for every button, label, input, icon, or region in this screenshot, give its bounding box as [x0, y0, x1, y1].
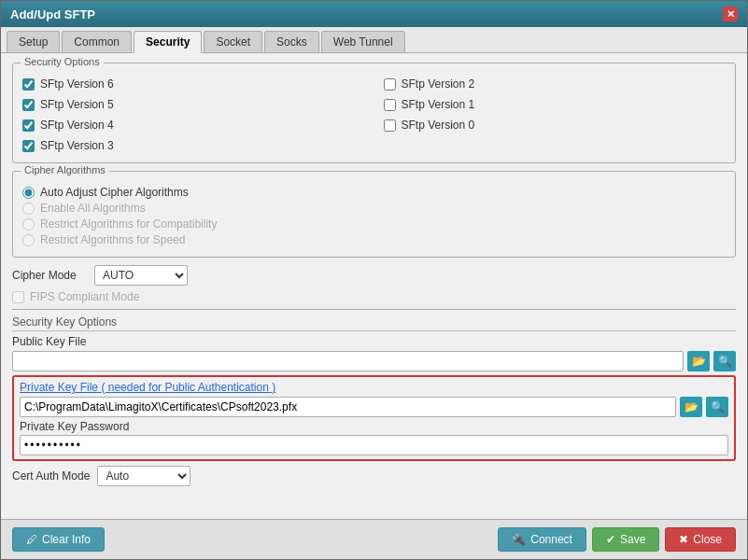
tab-socks[interactable]: Socks: [264, 31, 319, 52]
clear-info-button[interactable]: 🖊 Clear Info: [12, 527, 105, 552]
cipher-mode-row: Cipher Mode AUTO CBC CTR: [12, 265, 736, 286]
tab-bar: Setup Common Security Socket Socks Web T…: [1, 27, 747, 53]
cipher-compat-radio[interactable]: [22, 218, 35, 231]
title-bar: Add/Upd SFTP ✕: [1, 1, 747, 27]
close-label: Close: [693, 533, 722, 546]
security-key-section: Security Key Options Public Key File 📂 🔍…: [12, 315, 736, 486]
public-key-section: Public Key File 📂 🔍: [12, 335, 736, 371]
sftp-versions-grid: SFtp Version 6 SFtp Version 2 SFtp Versi…: [22, 69, 726, 155]
close-button[interactable]: ✖ Close: [665, 527, 736, 552]
main-window: Add/Upd SFTP ✕ Setup Common Security Soc…: [0, 0, 748, 560]
sftp-v6-label: SFtp Version 6: [40, 77, 114, 91]
sftp-v5-row: SFtp Version 5: [22, 98, 365, 111]
fips-label: FIPS Compliant Mode: [30, 290, 139, 303]
cipher-compat-row: Restrict Algorithms for Compatibility: [22, 217, 726, 231]
sftp-v0-label: SFtp Version 0: [402, 119, 475, 132]
plug-icon: 🔌: [512, 533, 526, 546]
cipher-speed-row: Restrict Algorithms for Speed: [22, 233, 726, 246]
sftp-v1-checkbox[interactable]: [384, 99, 396, 111]
security-key-title: Security Key Options: [12, 315, 736, 331]
cipher-auto-row: Auto Adjust Cipher Algorithms: [22, 186, 726, 199]
cipher-enable-all-row: Enable All Algorithms: [22, 202, 726, 215]
fips-row: FIPS Compliant Mode: [12, 290, 736, 303]
public-key-label: Public Key File: [12, 335, 736, 348]
cipher-auto-label: Auto Adjust Cipher Algorithms: [40, 186, 189, 199]
private-key-link[interactable]: ( needed for Public Authentication ): [101, 381, 275, 394]
public-key-input-row: 📂 🔍: [12, 351, 736, 371]
sftp-v6-row: SFtp Version 6: [22, 77, 365, 91]
cipher-speed-label: Restrict Algorithms for Speed: [40, 233, 185, 246]
public-key-search-btn[interactable]: 🔍: [713, 351, 736, 371]
sftp-v5-checkbox[interactable]: [22, 99, 35, 111]
bottom-right-buttons: 🔌 Connect ✔ Save ✖ Close: [498, 527, 736, 552]
cipher-mode-label: Cipher Mode: [12, 269, 87, 282]
tab-common[interactable]: Common: [62, 31, 132, 52]
private-key-static-label: Private Key File: [20, 381, 101, 394]
private-key-folder-btn[interactable]: 📂: [680, 397, 702, 417]
clear-info-label: Clear Info: [42, 533, 91, 546]
sftp-v4-checkbox[interactable]: [22, 119, 35, 132]
connect-button[interactable]: 🔌 Connect: [498, 527, 586, 552]
private-key-password-label: Private Key Password: [20, 420, 728, 433]
check-icon: ✔: [606, 533, 615, 546]
cert-auth-label: Cert Auth Mode: [12, 469, 90, 483]
public-key-input[interactable]: [12, 351, 684, 371]
tab-security[interactable]: Security: [134, 31, 202, 53]
sftp-v2-checkbox[interactable]: [384, 78, 396, 91]
eraser-icon: 🖊: [26, 533, 37, 546]
content-area: Security Options SFtp Version 6 SFtp Ver…: [1, 53, 747, 519]
connect-label: Connect: [530, 533, 572, 546]
save-label: Save: [620, 533, 645, 546]
sftp-v1-label: SFtp Version 1: [402, 98, 475, 111]
sftp-v2-row: SFtp Version 2: [384, 77, 727, 91]
tab-socket[interactable]: Socket: [204, 31, 262, 52]
public-key-folder-btn[interactable]: 📂: [687, 351, 710, 371]
sftp-v4-label: SFtp Version 4: [40, 119, 114, 132]
cipher-algorithms-group: Cipher Algorithms Auto Adjust Cipher Alg…: [12, 171, 736, 258]
private-key-input-row: 📂 🔍: [20, 397, 728, 417]
tab-web-tunnel[interactable]: Web Tunnel: [321, 31, 405, 52]
cipher-enable-all-radio[interactable]: [22, 203, 35, 215]
security-options-label: Security Options: [21, 56, 104, 67]
sftp-v3-checkbox[interactable]: [22, 140, 35, 152]
cipher-enable-all-label: Enable All Algorithms: [40, 202, 146, 215]
sftp-v0-row: SFtp Version 0: [384, 119, 727, 132]
cipher-mode-select[interactable]: AUTO CBC CTR: [94, 265, 188, 286]
save-button[interactable]: ✔ Save: [592, 527, 659, 552]
sftp-v0-checkbox[interactable]: [384, 119, 396, 132]
cipher-compat-label: Restrict Algorithms for Compatibility: [40, 217, 217, 231]
tab-setup[interactable]: Setup: [7, 31, 60, 52]
private-key-search-btn[interactable]: 🔍: [706, 397, 728, 417]
sftp-v5-label: SFtp Version 5: [40, 98, 114, 111]
bottom-bar: 🖊 Clear Info 🔌 Connect ✔ Save ✖ Close: [1, 519, 747, 559]
cipher-algorithms-label: Cipher Algorithms: [21, 164, 109, 175]
cipher-auto-radio[interactable]: [22, 187, 35, 199]
private-key-label: Private Key File ( needed for Public Aut…: [20, 381, 728, 394]
cert-auth-select[interactable]: Auto Manual None: [97, 466, 191, 486]
sftp-v1-row: SFtp Version 1: [384, 98, 727, 111]
fips-checkbox[interactable]: [12, 291, 24, 303]
window-title: Add/Upd SFTP: [10, 7, 95, 21]
private-key-input[interactable]: [20, 397, 676, 417]
window-close-button[interactable]: ✕: [723, 7, 738, 21]
private-key-section: Private Key File ( needed for Public Aut…: [12, 375, 736, 461]
cross-icon: ✖: [679, 533, 688, 546]
private-key-password-input[interactable]: [20, 435, 728, 455]
cipher-speed-radio[interactable]: [22, 234, 35, 246]
cert-auth-row: Cert Auth Mode Auto Manual None: [12, 466, 736, 486]
cipher-radio-group: Auto Adjust Cipher Algorithms Enable All…: [22, 177, 726, 246]
sftp-v2-label: SFtp Version 2: [402, 77, 475, 91]
sftp-v6-checkbox[interactable]: [22, 78, 35, 91]
sftp-v3-row: SFtp Version 3: [22, 139, 365, 152]
section-divider: [12, 309, 736, 310]
sftp-v4-row: SFtp Version 4: [22, 119, 365, 132]
sftp-v3-label: SFtp Version 3: [40, 139, 114, 152]
security-options-group: Security Options SFtp Version 6 SFtp Ver…: [12, 63, 736, 163]
